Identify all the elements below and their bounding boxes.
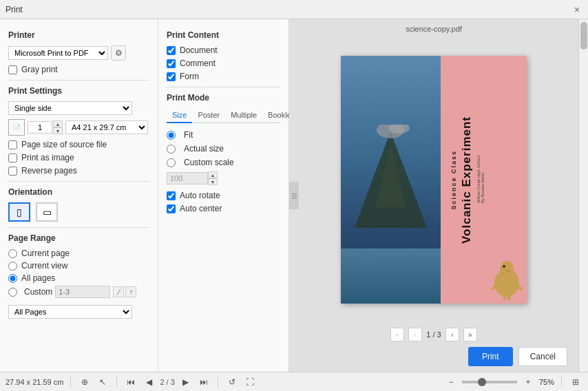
pages-filter-select[interactable]: All Pages Odd Pages Only Even Pages Only	[8, 305, 132, 319]
tab-size[interactable]: Size	[167, 108, 192, 123]
bottom-page-indicator: 2 / 3	[160, 378, 174, 386]
custom-icon-2[interactable]: ?	[125, 286, 136, 297]
print-settings-title: Print Settings	[8, 86, 149, 96]
current-page-radio[interactable]	[8, 249, 17, 258]
side-handle[interactable]: ☰	[289, 182, 299, 209]
scale-spinner: ▲ ▼	[208, 171, 218, 185]
side-select[interactable]: Single side Both sides - flip on long ed…	[8, 101, 132, 115]
prev-page-icon: ◀	[146, 377, 152, 387]
title-bar-title: Print	[6, 5, 23, 14]
last-page-nav-button[interactable]: »	[463, 328, 477, 341]
prev-page-button[interactable]: ◀	[142, 375, 156, 389]
form-label[interactable]: Form	[180, 72, 199, 81]
zoom-in-icon: +	[525, 377, 530, 387]
auto-center-label[interactable]: Auto center	[180, 204, 222, 213]
grid-icon: ⊞	[572, 377, 579, 387]
portrait-button[interactable]: ▯	[8, 202, 30, 222]
main-content: Printer Microsoft Print to PDF Adobe PDF…	[0, 19, 588, 372]
current-view-label[interactable]: Current view	[21, 261, 67, 271]
auto-rotate-checkbox[interactable]	[167, 191, 176, 200]
first-page-button[interactable]: ⏮	[124, 375, 138, 389]
page-range-title: Page Range	[8, 233, 149, 243]
action-buttons: Print Cancel	[468, 347, 573, 366]
gray-print-label[interactable]: Gray print	[21, 65, 58, 74]
next-page-button[interactable]: ▶	[179, 375, 193, 389]
print-as-image-label[interactable]: Print as image	[21, 153, 74, 162]
cursor-tool-button[interactable]: ⊕	[78, 375, 92, 389]
tab-multiple[interactable]: Multiple	[225, 108, 262, 123]
grid-view-button[interactable]: ⊞	[569, 375, 582, 389]
print-as-image-row: Print as image	[8, 153, 149, 162]
fullscreen-button[interactable]: ⛶	[243, 375, 257, 389]
all-pages-radio[interactable]	[8, 274, 17, 283]
comment-label[interactable]: Comment	[180, 59, 216, 68]
gray-print-checkbox[interactable]	[8, 65, 17, 74]
close-button[interactable]: ×	[571, 4, 582, 15]
page-size-source-row: Page size of source file	[8, 140, 149, 149]
fit-radio[interactable]	[167, 131, 176, 140]
custom-range-input[interactable]	[55, 286, 110, 298]
prev-page-nav-button[interactable]: ‹	[408, 328, 422, 341]
cancel-button[interactable]: Cancel	[518, 347, 567, 366]
rotate-button[interactable]: ↺	[225, 375, 239, 389]
scale-input: 100	[167, 172, 208, 184]
zoom-in-button[interactable]: +	[521, 375, 535, 389]
custom-icons: ╱ ?	[113, 286, 136, 297]
printer-select[interactable]: Microsoft Print to PDF Adobe PDF XPS Doc…	[8, 46, 108, 60]
scrollbar-thumb[interactable]	[580, 22, 587, 50]
actual-size-radio-row: Actual size	[167, 144, 280, 154]
zoom-out-button[interactable]: −	[444, 375, 458, 389]
next-page-nav-button[interactable]: ›	[445, 328, 459, 341]
left-panel: Printer Microsoft Print to PDF Adobe PDF…	[0, 19, 158, 372]
printer-select-row: Microsoft Print to PDF Adobe PDF XPS Doc…	[8, 45, 149, 61]
fit-label[interactable]: Fit	[184, 130, 193, 140]
custom-radio[interactable]	[8, 288, 17, 297]
copies-input[interactable]: 1	[28, 121, 52, 134]
auto-rotate-label[interactable]: Auto rotate	[180, 191, 220, 200]
preview-nav: « ‹ 1 / 3 › »	[390, 328, 476, 341]
custom-scale-radio[interactable]	[167, 158, 176, 167]
landscape-button[interactable]: ▭	[36, 202, 58, 222]
print-button[interactable]: Print	[468, 347, 513, 366]
separator-1	[70, 377, 71, 388]
paper-select[interactable]: A4 21 x 29.7 cm Letter A3	[65, 120, 148, 134]
current-view-radio[interactable]	[8, 262, 17, 271]
print-mode-title: Print Mode	[167, 93, 280, 103]
document-checkbox[interactable]	[167, 46, 176, 55]
zoom-slider[interactable]	[462, 381, 517, 383]
tab-poster[interactable]: Poster	[192, 108, 225, 123]
fullscreen-icon: ⛶	[246, 377, 254, 387]
all-pages-row: All pages	[8, 273, 149, 283]
orientation-title: Orientation	[8, 187, 149, 197]
form-checkbox[interactable]	[167, 72, 176, 81]
separator-3	[218, 377, 218, 388]
current-page-label[interactable]: Current page	[21, 249, 70, 258]
all-pages-label[interactable]: All pages	[21, 273, 55, 283]
document-label[interactable]: Document	[180, 45, 218, 55]
scrollbar[interactable]	[578, 19, 588, 372]
reverse-pages-label[interactable]: Reverse pages	[21, 166, 77, 176]
print-as-image-checkbox[interactable]	[8, 154, 17, 162]
copies-up-button[interactable]: ▲	[53, 120, 63, 127]
select-tool-button[interactable]: ↖	[96, 375, 109, 389]
page-size-source-checkbox[interactable]	[8, 140, 17, 149]
copies-down-button[interactable]: ▼	[53, 127, 63, 134]
select-icon: ↖	[99, 377, 106, 387]
copies-icon: 📄	[8, 119, 25, 136]
actual-size-label[interactable]: Actual size	[184, 144, 224, 154]
custom-icon-1[interactable]: ╱	[113, 286, 124, 297]
comment-checkbox[interactable]	[167, 59, 176, 68]
actual-size-radio[interactable]	[167, 145, 176, 154]
page-size-source-label[interactable]: Page size of source file	[21, 140, 107, 149]
custom-label[interactable]: Custom	[24, 287, 52, 297]
custom-scale-label[interactable]: Custom scale	[184, 158, 234, 167]
first-page-nav-button[interactable]: «	[390, 328, 404, 341]
reverse-pages-checkbox[interactable]	[8, 167, 17, 176]
printer-settings-button[interactable]: ⚙	[111, 45, 126, 61]
current-view-row: Current view	[8, 261, 149, 271]
last-page-button[interactable]: ⏭	[197, 375, 211, 389]
auto-center-checkbox[interactable]	[167, 204, 176, 213]
page-indicator: 1 / 3	[426, 330, 441, 339]
print-mode-tabs: Size Poster Multiple Booklet	[167, 108, 280, 123]
scale-down-button: ▼	[208, 178, 218, 185]
